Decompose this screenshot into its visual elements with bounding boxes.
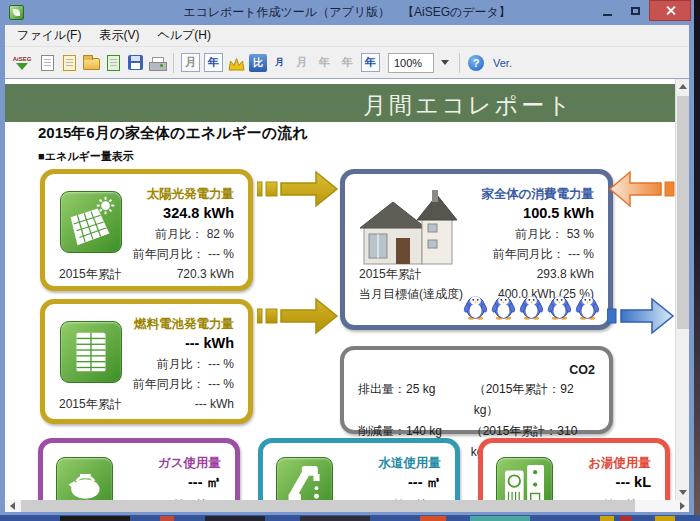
- scroll-left-button[interactable]: [5, 500, 19, 512]
- penguin-icon: [575, 291, 600, 325]
- penguin-icon: [463, 291, 488, 325]
- total-row: 2015年累計--- kWh: [59, 394, 234, 414]
- import-report-button[interactable]: [60, 54, 78, 72]
- ranking-button[interactable]: [227, 55, 245, 73]
- taskbar-item[interactable]: [205, 516, 265, 521]
- year-edit-button[interactable]: 年: [361, 53, 380, 72]
- chevron-left-icon: [10, 502, 15, 510]
- home-consumption-card: 家全体の消費電力量 100.5 kWh 前月比： 53 % 前年同月比： ---…: [340, 169, 613, 330]
- month-circled-button[interactable]: 月: [271, 54, 288, 71]
- monthly-report-button[interactable]: 月: [181, 53, 200, 72]
- vertical-scrollbar-thumb[interactable]: [677, 96, 689, 329]
- report-document: 月間エコレポート 2015年6月の家全体のエネルギーの流れ ■エネルギー量表示: [5, 78, 689, 500]
- aiseg-data-button[interactable]: AiSEG: [10, 53, 34, 73]
- taskbar[interactable]: [0, 515, 700, 521]
- penguin-row: [463, 291, 600, 325]
- report-subheading: ■エネルギー量表示: [38, 149, 134, 164]
- toolbar: AiSEG 月 年 比 月 月 年 年 年 100% ? Ver.: [5, 47, 689, 78]
- month-disabled-button: 月: [292, 53, 311, 72]
- close-icon: [665, 5, 676, 16]
- taskbar-item[interactable]: [655, 516, 675, 521]
- document-green-icon: [107, 55, 120, 71]
- co2-card: CO2 排出量：25 kg（2015年累計：92 kg） 削減量：140 kg（…: [340, 346, 613, 434]
- yearly-report-button[interactable]: 年: [204, 53, 223, 72]
- zoom-dropdown-button[interactable]: [438, 53, 452, 73]
- menubar: ファイル(F) 表示(V) ヘルプ(H): [5, 25, 689, 47]
- taskbar-item[interactable]: [420, 516, 446, 521]
- menu-help[interactable]: ヘルプ(H): [157, 27, 211, 44]
- menu-view[interactable]: 表示(V): [99, 27, 139, 44]
- minimize-icon: [603, 14, 612, 16]
- scroll-right-button[interactable]: [675, 500, 689, 512]
- toolbar-separator: [173, 53, 174, 73]
- taskbar-item[interactable]: [160, 516, 174, 521]
- document-yellow-icon: [63, 55, 76, 71]
- grid-sell-arrow: [607, 296, 675, 336]
- compare-icon: 比: [249, 54, 267, 72]
- scroll-down-button[interactable]: [676, 485, 689, 500]
- compare-button[interactable]: 比: [249, 54, 267, 72]
- print-button[interactable]: [148, 54, 166, 72]
- export-report-button[interactable]: [104, 54, 122, 72]
- save-button[interactable]: [126, 54, 144, 72]
- help-button[interactable]: ?: [467, 54, 485, 72]
- fuel-cell-icon: [60, 321, 122, 383]
- chevron-down-icon: [679, 490, 687, 495]
- solar-panel-icon: [60, 191, 122, 253]
- horizontal-scrollbar[interactable]: [5, 500, 689, 512]
- year-glyph: 年: [208, 55, 219, 70]
- report-banner-title: 月間エコレポート: [363, 90, 574, 121]
- taskbar-item[interactable]: [60, 516, 130, 521]
- taskbar-item[interactable]: [300, 516, 370, 521]
- scroll-up-button[interactable]: [676, 79, 689, 94]
- titlebar[interactable]: エコレポート作成ツール（アプリ版） 【AiSEGのデータ】: [5, 0, 689, 25]
- year-glyph: 年: [342, 55, 353, 70]
- menu-file[interactable]: ファイル(F): [17, 27, 81, 44]
- zoom-level-select[interactable]: 100%: [388, 53, 434, 73]
- gas-usage-card: ガス使用量 --- ㎥ 前月比：: [38, 438, 240, 500]
- close-button[interactable]: [649, 0, 691, 21]
- folder-icon: [83, 58, 100, 70]
- taskbar-item[interactable]: [620, 516, 632, 521]
- printer-icon: [149, 57, 165, 71]
- penguin-icon: [491, 291, 516, 325]
- open-file-button[interactable]: [82, 54, 100, 72]
- penguin-icon: [519, 291, 544, 325]
- crown-icon: [228, 57, 245, 71]
- help-icon: ?: [468, 55, 484, 71]
- toolbar-separator: [459, 53, 460, 73]
- taskbar-item[interactable]: [470, 516, 530, 521]
- chevron-down-icon: [441, 60, 449, 65]
- fuel-cell-generation-card: 燃料電池発電力量 --- kWh 前月比： --- % 前年同月比： --- %…: [40, 299, 253, 424]
- total-row: 2015年累計720.3 kWh: [59, 264, 234, 284]
- minimize-button[interactable]: [593, 0, 621, 21]
- water-heater-icon: [496, 457, 553, 500]
- year-disabled-button-1: 年: [315, 53, 334, 72]
- report-heading: 2015年6月の家全体のエネルギーの流れ: [38, 124, 308, 143]
- floppy-icon: [128, 55, 143, 70]
- app-window: エコレポート作成ツール（アプリ版） 【AiSEGのデータ】 ファイル(F) 表示…: [0, 0, 694, 515]
- co2-emission-line: 排出量：25 kg（2015年累計：92 kg）: [358, 379, 595, 421]
- fuel-cell-flow-arrow: [257, 296, 339, 336]
- penguin-icon: [547, 291, 572, 325]
- year-disabled-button-2: 年: [338, 53, 357, 72]
- month-glyph: 月: [275, 56, 284, 69]
- document-icon: [41, 55, 54, 71]
- window-title: エコレポート作成ツール（アプリ版） 【AiSEGのデータ】: [5, 4, 689, 21]
- water-usage-card: 水道使用量 --- ㎥ 前月比：: [258, 438, 460, 500]
- chevron-up-icon: [679, 84, 687, 89]
- hot-water-usage-card: お湯使用量 --- kL 前月比：: [478, 438, 670, 500]
- maximize-icon: [631, 7, 640, 15]
- year-glyph: 年: [319, 55, 330, 70]
- chevron-right-icon: [680, 502, 685, 510]
- maximize-button[interactable]: [621, 0, 649, 21]
- report-banner: 月間エコレポート: [5, 84, 675, 122]
- taskbar-item[interactable]: [600, 516, 614, 521]
- aiseg-label: AiSEG: [13, 56, 32, 63]
- download-arrow-icon: [16, 63, 28, 70]
- solar-generation-card: 太陽光発電力量 324.8 kWh 前月比： 82 % 前年同月比： --- %…: [40, 169, 253, 291]
- new-report-button[interactable]: [38, 54, 56, 72]
- vertical-scrollbar[interactable]: [675, 79, 689, 500]
- version-button[interactable]: Ver.: [493, 57, 512, 69]
- horizontal-scrollbar-thumb[interactable]: [21, 500, 635, 512]
